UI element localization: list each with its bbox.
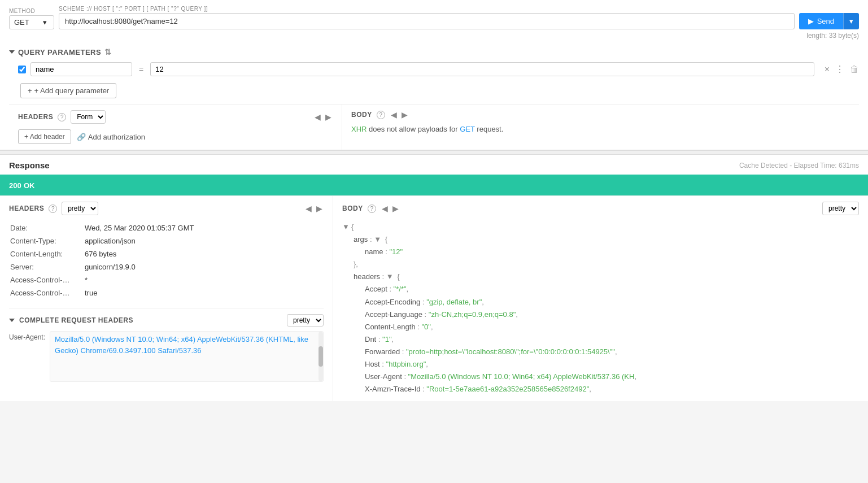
length-info: length: 33 byte(s) — [9, 32, 859, 42]
sort-icon: ⇅ — [104, 47, 112, 56]
headers-json-toggle[interactable]: ▼ — [386, 272, 394, 281]
header-row-date: Date: Wed, 25 Mar 2020 01:05:37 GMT — [10, 222, 322, 234]
add-header-button[interactable]: + Add header — [18, 129, 71, 144]
status-code: 200 — [9, 181, 21, 190]
method-value: GET — [14, 18, 29, 27]
headers-help-icon[interactable]: ? — [58, 113, 66, 121]
root-toggle[interactable]: ▼ — [342, 223, 350, 231]
header-key-content-type: Content-Type: — [10, 235, 84, 247]
add-auth-label: Add authorization — [88, 133, 145, 141]
send-button-label: Send — [817, 17, 834, 25]
response-headers-format-select[interactable]: pretty raw — [62, 202, 98, 215]
complete-req-headers-section: COMPLETE REQUEST HEADERS pretty raw User… — [9, 308, 324, 382]
body-title: BODY — [351, 111, 372, 119]
headers-key: headers — [354, 272, 380, 281]
send-button[interactable]: ▶ Send — [799, 13, 843, 29]
args-toggle[interactable]: ▼ — [374, 235, 381, 243]
user-agent-value: Mozilla/5.0 (Windows NT 10.0; Win64; x64… — [55, 335, 308, 355]
auth-icon: 🔗 — [77, 133, 86, 141]
add-param-label: + Add query parameter — [34, 86, 110, 95]
url-scheme-label: SCHEME :// HOST [ ":" PORT ] [ PATH [ "?… — [59, 6, 795, 12]
delete-all-params-button[interactable]: 🗑 — [850, 64, 859, 75]
body-prev-button[interactable]: ◀ — [390, 110, 398, 119]
get-link[interactable]: GET — [460, 125, 475, 133]
response-headers-title: HEADERS — [9, 204, 44, 212]
response-body-title: BODY — [342, 204, 363, 212]
accept-value: "*/*" — [394, 285, 407, 293]
dnt-value: "1" — [382, 335, 391, 343]
header-key-ac2: Access-Control-… — [10, 287, 84, 299]
body-next-button[interactable]: ▶ — [400, 110, 409, 119]
add-authorization-button[interactable]: 🔗 Add authorization — [77, 133, 145, 141]
send-dropdown-button[interactable]: ▾ — [843, 13, 859, 29]
resp-headers-next-button[interactable]: ▶ — [315, 204, 324, 213]
header-key-server: Server: — [10, 261, 84, 273]
param-checkbox[interactable] — [18, 66, 26, 73]
xhr-link[interactable]: XHR — [351, 125, 367, 133]
response-title: Response — [9, 160, 50, 170]
query-params-header[interactable]: QUERY PARAMETERS ⇅ — [9, 45, 859, 59]
method-select[interactable]: GET ▾ — [9, 15, 54, 29]
ua-key: User-Agent: — [9, 331, 45, 341]
accept-language-value: "zh-CN,zh;q=0.9,en;q=0.8" — [429, 310, 516, 319]
param-equals: = — [137, 65, 146, 74]
response-headers-table: Date: Wed, 25 Mar 2020 01:05:37 GMT Cont… — [9, 221, 324, 300]
x-amzn-trace-id-key: X-Amzn-Trace-Id — [365, 385, 420, 393]
header-val-ac2: true — [85, 287, 322, 299]
xhr-notice-suffix: request. — [477, 125, 503, 133]
body-help-icon[interactable]: ? — [377, 111, 385, 119]
response-headers-help-icon[interactable]: ? — [49, 204, 57, 213]
accept-key: Accept — [365, 285, 387, 293]
response-body-help-icon[interactable]: ? — [368, 204, 376, 213]
param-more-button[interactable]: ⋮ — [834, 64, 845, 75]
section-divider — [0, 150, 868, 155]
resp-body-prev-button[interactable]: ◀ — [381, 204, 389, 213]
content-length-value: "0" — [421, 323, 430, 331]
host-value: "httpbin.org" — [386, 360, 426, 368]
resp-headers-prev-button[interactable]: ◀ — [304, 204, 313, 213]
param-clear-button[interactable]: × — [823, 64, 831, 75]
complete-req-format-select[interactable]: pretty raw — [287, 314, 324, 327]
user-agent-scroll-box[interactable]: Mozilla/5.0 (Windows NT 10.0; Win64; x64… — [50, 331, 324, 382]
status-text: OK — [24, 181, 35, 190]
response-section: Response Cache Detected - Elapsed Time: … — [0, 155, 868, 175]
status-bar: 200 OK — [0, 175, 868, 195]
args-key: args — [354, 235, 368, 243]
headers-panel: HEADERS ? Form Raw ◀ ▶ + Add header 🔗 Ad… — [9, 105, 342, 150]
url-input[interactable] — [59, 13, 795, 29]
send-icon: ▶ — [808, 17, 814, 25]
response-body-format-select[interactable]: pretty raw — [822, 202, 859, 215]
header-val-date: Wed, 25 Mar 2020 01:05:37 GMT — [85, 222, 322, 234]
name-key: name — [365, 247, 383, 256]
headers-format-select[interactable]: Form Raw — [71, 110, 106, 124]
x-amzn-value: "Root=1-5e7aae61-a92a352e258565e8526f249… — [426, 385, 589, 393]
user-agent-json-key: User-Agent — [365, 372, 402, 381]
scrollbar-thumb[interactable] — [319, 346, 323, 366]
add-param-button[interactable]: + + Add query parameter — [20, 83, 116, 98]
accept-encoding-value: "gzip, deflate, br" — [426, 298, 482, 306]
forwarded-value: "proto=http;host=\"localhost:8080\";for=… — [406, 347, 615, 356]
method-label: METHOD — [9, 8, 54, 14]
add-param-icon: + — [28, 86, 32, 95]
header-val-content-length: 676 bytes — [85, 248, 322, 260]
param-value-input[interactable] — [150, 62, 814, 76]
header-val-ac1: * — [85, 274, 322, 286]
user-agent-json-value: "Mozilla/5.0 (Windows NT 10.0; Win64; x6… — [408, 372, 635, 381]
headers-next-button[interactable]: ▶ — [324, 112, 333, 121]
param-key-input[interactable] — [30, 62, 132, 76]
headers-prev-button[interactable]: ◀ — [313, 112, 322, 121]
header-row-server: Server: gunicorn/19.9.0 — [10, 261, 322, 273]
xhr-notice: XHR does not allow payloads for GET requ… — [351, 125, 850, 133]
add-param-row: + + Add query parameter — [9, 80, 859, 104]
xhr-notice-text: does not allow payloads for — [369, 125, 460, 133]
body-panel: BODY ? ◀ ▶ XHR does not allow payloads f… — [342, 105, 859, 150]
header-actions: + Add header 🔗 Add authorization — [18, 129, 333, 144]
send-arrow-icon: ▾ — [849, 17, 853, 25]
host-key: Host — [365, 360, 380, 368]
query-params-toggle-icon — [9, 50, 15, 54]
resp-body-next-button[interactable]: ▶ — [391, 204, 400, 213]
headers-title: HEADERS — [18, 113, 53, 121]
complete-req-title: COMPLETE REQUEST HEADERS — [19, 316, 133, 324]
header-row-content-length: Content-Length: 676 bytes — [10, 248, 322, 260]
method-dropdown-icon: ▾ — [43, 18, 47, 27]
